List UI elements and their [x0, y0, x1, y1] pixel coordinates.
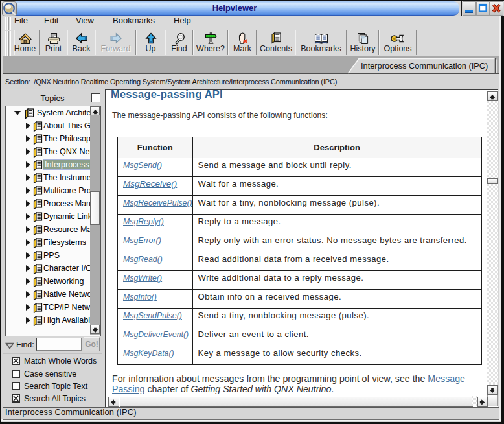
svg-text:Interprocess Communication (IP: Interprocess Communication (IPC): [361, 61, 488, 71]
